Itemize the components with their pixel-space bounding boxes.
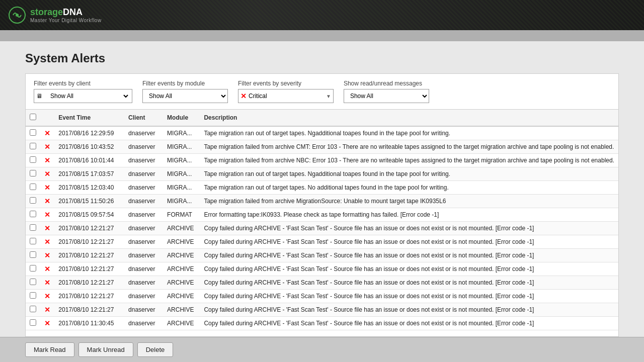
- col-header-module: Module: [163, 110, 200, 126]
- filter-severity-input[interactable]: [249, 93, 324, 100]
- col-header-event-time: Event Time: [54, 110, 124, 126]
- filter-panel: Filter events by client 🖥 Show All Filte…: [25, 73, 619, 110]
- error-icon: ✕: [44, 170, 50, 178]
- error-icon: ✕: [44, 224, 50, 232]
- filter-readunread-select[interactable]: Show All: [344, 89, 429, 103]
- row-description: Copy failed during ARCHIVE - 'Fast Scan …: [204, 279, 614, 286]
- delete-button[interactable]: Delete: [137, 342, 174, 357]
- filter-severity-group: Filter events by severity ✕ ▼: [238, 80, 334, 103]
- table-row: ✕ 2017/08/10 12:21:27 dnaserver ARCHIVE …: [26, 303, 618, 317]
- row-checkbox[interactable]: [30, 265, 36, 272]
- row-checkbox[interactable]: [30, 251, 36, 258]
- error-icon: ✕: [44, 184, 50, 192]
- filter-module-group: Filter events by module Show All: [142, 80, 228, 103]
- filter-client-select-wrapper[interactable]: 🖥 Show All: [34, 89, 132, 103]
- row-description: Copy failed during ARCHIVE - 'Fast Scan …: [204, 225, 614, 232]
- row-module: FORMAT: [163, 208, 200, 222]
- row-event-time: 2017/08/10 12:21:27: [54, 303, 124, 317]
- row-checkbox[interactable]: [30, 211, 36, 217]
- select-all-checkbox[interactable]: [30, 114, 36, 120]
- row-client: dnaserver: [124, 222, 163, 235]
- row-checkbox[interactable]: [30, 170, 36, 176]
- row-checkbox[interactable]: [30, 143, 36, 149]
- table-row: ✕ 2017/08/10 12:21:27 dnaserver ARCHIVE …: [26, 249, 618, 262]
- row-module: MIGRA...: [163, 154, 200, 167]
- error-icon: ✕: [44, 156, 50, 164]
- table-row: ✕ 2017/08/16 10:43:52 dnaserver MIGRA...…: [26, 140, 618, 154]
- table-row: ✕ 2017/08/15 11:50:26 dnaserver MIGRA...…: [26, 195, 618, 208]
- row-checkbox[interactable]: [30, 238, 36, 244]
- filter-readunread-group: Show read/unread messages Show All: [344, 80, 429, 103]
- row-event-time: 2017/08/10 12:21:27: [54, 276, 124, 290]
- row-module: MIGRA...: [163, 195, 200, 208]
- logo-main: storageDNA: [30, 7, 102, 18]
- alerts-table-container: Event Time Client Module Description ✕ 2…: [25, 110, 619, 337]
- error-icon: ✕: [44, 129, 50, 137]
- row-checkbox[interactable]: [30, 184, 36, 190]
- error-icon: ✕: [44, 306, 50, 314]
- filter-readunread-label: Show read/unread messages: [344, 80, 429, 87]
- error-icon: ✕: [44, 211, 50, 219]
- row-checkbox[interactable]: [30, 156, 36, 163]
- table-row: ✕ 2017/08/15 09:57:54 dnaserver FORMAT E…: [26, 208, 618, 222]
- row-client: dnaserver: [124, 262, 163, 276]
- error-icon: ✕: [44, 319, 50, 327]
- error-icon: ✕: [44, 251, 50, 259]
- row-client: dnaserver: [124, 181, 163, 195]
- alerts-table: Event Time Client Module Description ✕ 2…: [26, 110, 618, 330]
- row-client: dnaserver: [124, 276, 163, 290]
- row-client: dnaserver: [124, 303, 163, 317]
- table-row: ✕ 2017/08/16 10:01:44 dnaserver MIGRA...…: [26, 154, 618, 167]
- error-icon: ✕: [44, 265, 50, 273]
- row-checkbox[interactable]: [30, 224, 36, 231]
- table-row: ✕ 2017/08/10 11:30:45 dnaserver ARCHIVE …: [26, 317, 618, 330]
- row-module: ARCHIVE: [163, 276, 200, 290]
- row-description: Tape migration ran out of target tapes. …: [204, 184, 614, 191]
- row-client: dnaserver: [124, 208, 163, 222]
- mark-unread-button[interactable]: Mark Unread: [78, 342, 133, 357]
- logo-icon: [8, 6, 26, 24]
- filter-client-group: Filter events by client 🖥 Show All: [34, 80, 132, 103]
- critical-clear-icon[interactable]: ✕: [240, 92, 247, 100]
- row-event-time: 2017/08/10 12:21:27: [54, 249, 124, 262]
- footer-bar: Mark Read Mark Unread Delete: [0, 337, 644, 362]
- row-checkbox[interactable]: [30, 319, 36, 326]
- row-module: ARCHIVE: [163, 303, 200, 317]
- row-client: dnaserver: [124, 167, 163, 181]
- row-event-time: 2017/08/15 09:57:54: [54, 208, 124, 222]
- logo-text: storageDNA Master Your Digital Workflow: [30, 7, 102, 23]
- row-client: dnaserver: [124, 154, 163, 167]
- table-row: ✕ 2017/08/10 12:21:27 dnaserver ARCHIVE …: [26, 276, 618, 290]
- row-client: dnaserver: [124, 290, 163, 303]
- row-client: dnaserver: [124, 140, 163, 154]
- table-row: ✕ 2017/08/10 12:21:27 dnaserver ARCHIVE …: [26, 222, 618, 235]
- col-header-icon: [40, 110, 54, 126]
- filter-severity-label: Filter events by severity: [238, 80, 334, 87]
- filter-client-select[interactable]: Show All: [44, 89, 130, 103]
- filter-client-label: Filter events by client: [34, 80, 132, 87]
- row-checkbox[interactable]: [30, 279, 36, 285]
- mark-read-button[interactable]: Mark Read: [25, 342, 74, 357]
- filter-severity-select-wrapper[interactable]: ✕ ▼: [238, 89, 334, 103]
- row-description: Error formatting tape:IK0933. Please che…: [204, 211, 614, 218]
- row-module: ARCHIVE: [163, 262, 200, 276]
- filter-module-select[interactable]: Show All: [142, 89, 228, 103]
- row-description: Copy failed during ARCHIVE - 'Fast Scan …: [204, 265, 614, 273]
- page-title: System Alerts: [25, 51, 619, 65]
- table-row: ✕ 2017/08/15 17:03:57 dnaserver MIGRA...…: [26, 167, 618, 181]
- row-description: Tape migration failed from archive CMT: …: [204, 143, 614, 150]
- logo-area: storageDNA Master Your Digital Workflow: [8, 6, 102, 24]
- row-checkbox[interactable]: [30, 292, 36, 299]
- row-checkbox[interactable]: [30, 197, 36, 204]
- row-description: Tape migration failed from archive NBC: …: [204, 157, 614, 164]
- row-description: Tape migration failed from archive Migra…: [204, 198, 614, 205]
- row-module: MIGRA...: [163, 167, 200, 181]
- app-header: storageDNA Master Your Digital Workflow: [0, 0, 644, 30]
- row-checkbox[interactable]: [30, 129, 36, 136]
- row-description: Copy failed during ARCHIVE - 'Fast Scan …: [204, 306, 614, 313]
- svg-point-1: [16, 14, 19, 17]
- table-row: ✕ 2017/08/15 12:03:40 dnaserver MIGRA...…: [26, 181, 618, 195]
- logo-tagline: Master Your Digital Workflow: [30, 18, 102, 23]
- filter-module-label: Filter events by module: [142, 80, 228, 87]
- row-checkbox[interactable]: [30, 306, 36, 312]
